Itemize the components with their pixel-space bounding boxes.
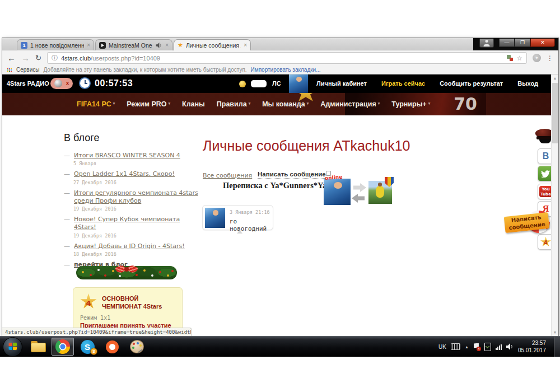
windows-taskbar: S 3 UK ▲ 23:57 05.01.2017	[0, 336, 560, 357]
chevron-down-icon: ▾	[428, 101, 431, 105]
blog-link[interactable]: Новое! Супер Кубок чемпионата 4Stars!	[74, 216, 204, 232]
write-message-link[interactable]: Написать сообщение	[258, 171, 326, 179]
extension-icon[interactable]	[507, 55, 513, 61]
site-nav: 70 FIFA14 PC▾ Режим PRO▾ Кланы Правила▾ …	[2, 93, 558, 115]
volume-icon[interactable]	[506, 343, 514, 350]
blog-date: 5 Января	[73, 161, 204, 166]
arrow-left-icon	[352, 194, 365, 203]
radio-label: 4Stars РАДИО	[7, 80, 49, 87]
browser-toolbar: ← → ↻ ⓘ 4stars.club/userposts.php?id=104…	[2, 50, 558, 66]
tab-notification[interactable]: 1 1 нове повідомлення ×	[17, 39, 94, 50]
scrollbar-thumb[interactable]	[552, 83, 558, 143]
tab-close-icon[interactable]: ×	[165, 43, 169, 48]
show-desktop-button[interactable]	[554, 337, 560, 357]
own-avatar[interactable]	[324, 179, 351, 205]
nav-rezhim-pro[interactable]: Режим PRO▾	[127, 100, 170, 108]
bookmark-services[interactable]: Сервисы	[16, 67, 39, 73]
nav-items: FIFA14 PC▾ Режим PRO▾ Кланы Правила▾ Мы …	[77, 93, 430, 115]
tray-time: 23:57	[518, 339, 546, 347]
jersey-number: 70	[454, 93, 477, 115]
taskbar-explorer[interactable]	[27, 338, 49, 356]
tray-date: 05.01.2017	[518, 347, 546, 354]
nav-pravila[interactable]: Правила▾	[217, 100, 250, 108]
radio-knob-icon[interactable]	[54, 80, 62, 87]
bookmarks-hint: Добавляйте на эту панель закладки, к кот…	[43, 67, 246, 73]
chrome-icon	[55, 339, 70, 354]
message-tail	[237, 230, 242, 234]
scroll-down-icon[interactable]: ▼	[552, 329, 558, 336]
tab-close-icon[interactable]: ×	[87, 43, 90, 48]
garland-ornaments	[82, 271, 84, 273]
coin-icon[interactable]	[239, 81, 246, 87]
christmas-garland-image	[76, 262, 177, 283]
extension-circle-icon[interactable]	[533, 54, 541, 62]
radio-close-icon[interactable]: x	[66, 81, 69, 86]
network-signal-icon[interactable]	[496, 344, 502, 350]
tray-clock[interactable]: 23:57 05.01.2017	[518, 339, 546, 354]
taskbar-origin[interactable]	[101, 338, 123, 356]
page-scrollbar[interactable]: ▲ ▼	[551, 74, 558, 336]
page-info-icon[interactable]: ⓘ	[52, 54, 58, 62]
flag-icon[interactable]	[251, 80, 267, 87]
account-menu: Личный кабинет Играть сейчас Сообщить ре…	[316, 80, 538, 87]
forward-icon[interactable]: →	[21, 54, 30, 62]
page-title: Личные сообщения ATkachuk10	[203, 138, 410, 154]
import-bookmarks-link[interactable]: Импортировать закладки...	[251, 67, 321, 73]
minimize-button[interactable]: —	[499, 39, 515, 47]
hidden-icons-arrow[interactable]: ▲	[465, 345, 469, 349]
blog-heading: В блоге	[64, 132, 204, 144]
keyboard-icon[interactable]	[451, 343, 460, 350]
blog-date: 19 Декабря 2016	[73, 206, 204, 212]
language-indicator[interactable]: UK	[438, 344, 446, 350]
tab-messages-active[interactable]: ★ Личные сообщения АТ ×	[174, 39, 251, 50]
all-messages-link[interactable]: Все сообщения	[203, 172, 252, 179]
tab-youtube[interactable]: MainstreaM One feat ×	[95, 39, 172, 50]
menu-logout[interactable]: Выход	[517, 80, 538, 87]
blog-link[interactable]: Акция! Добавь в ID Origin - 4Stars!	[74, 242, 185, 250]
chevron-down-icon: ▾	[378, 101, 380, 105]
tab-close-icon[interactable]: ×	[244, 43, 247, 48]
bookmark-star-icon[interactable]: ☆	[516, 54, 522, 62]
back-icon[interactable]: ←	[7, 54, 16, 62]
close-button[interactable]: ✕	[530, 39, 555, 47]
private-messages-link[interactable]: ЛС	[272, 80, 281, 87]
browser-menu-icon[interactable]: ⋮	[547, 55, 553, 62]
timer-value: 00:57:53	[95, 78, 133, 88]
paint-palette-icon	[130, 340, 144, 353]
radio-player[interactable]: x	[50, 78, 73, 89]
reload-icon[interactable]: ↻	[35, 54, 41, 62]
menu-play-now[interactable]: Играть сейчас	[381, 80, 425, 87]
taskbar-skype[interactable]: S 3	[76, 338, 99, 356]
tab-strip: 1 1 нове повідомлення × MainstreaM One f…	[2, 38, 558, 50]
start-button[interactable]	[3, 337, 22, 357]
scroll-up-icon[interactable]: ▲	[552, 74, 558, 82]
apps-grid-icon[interactable]	[7, 68, 8, 69]
blog-item: —Акция! Добавь в ID Origin - 4Stars!	[64, 242, 204, 250]
blog-link[interactable]: Итоги BRASCO WINTER SEASON 4	[74, 152, 180, 160]
nav-administratsiya[interactable]: Администрация▾	[320, 100, 380, 108]
nav-my-komanda[interactable]: Мы команда▾	[262, 100, 309, 108]
user-avatar[interactable]	[289, 74, 308, 93]
taskbar-chrome[interactable]	[52, 338, 74, 356]
profile-button[interactable]	[479, 39, 494, 48]
blog-link[interactable]: Open Ladder 1x1 4Stars. Скоро!	[74, 170, 175, 178]
address-bar[interactable]: ⓘ 4stars.club/userposts.php?id=10409 ☆	[47, 52, 527, 64]
folder-icon	[31, 341, 46, 352]
nav-klany[interactable]: Кланы	[182, 100, 205, 108]
blog-date: 19 Декабря 2016	[73, 233, 204, 239]
tab-title: Личные сообщения АТ	[186, 42, 241, 49]
menu-report-result[interactable]: Сообщить результат	[440, 80, 503, 87]
blog-date: 18 Декабря 2016	[73, 251, 204, 257]
chevron-down-icon: ▾	[249, 101, 251, 105]
windows-logo-icon	[8, 343, 17, 351]
taskbar-paint[interactable]	[125, 338, 148, 356]
device-eject-icon[interactable]	[484, 343, 491, 351]
blog-link[interactable]: Итоги регулярного чемпионата 4stars сред…	[74, 189, 204, 206]
maximize-button[interactable]: ❐	[515, 39, 530, 47]
nav-fifa14pc[interactable]: FIFA14 PC▾	[77, 100, 115, 108]
message-card[interactable]: 3 Января 21:16 го новогодний	[202, 205, 273, 230]
page-content: В блоге —Итоги BRASCO WINTER SEASON 4 5 …	[2, 115, 558, 336]
action-center-flag-icon[interactable]	[473, 343, 480, 351]
nav-turniry[interactable]: Турниры+▾	[391, 100, 430, 108]
menu-personal-cabinet[interactable]: Личный кабинет	[316, 80, 367, 87]
